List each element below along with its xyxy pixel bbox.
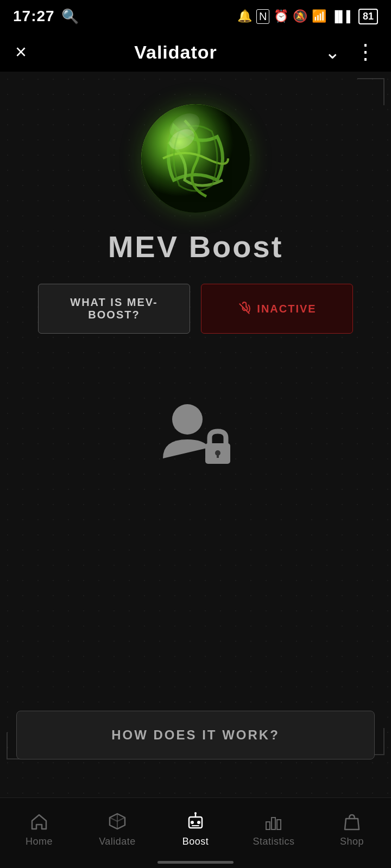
validate-icon bbox=[107, 811, 128, 832]
mute-icon bbox=[237, 302, 251, 316]
nav-label-shop: Shop bbox=[340, 836, 364, 847]
nfc-icon: N bbox=[256, 9, 269, 24]
svg-point-3 bbox=[172, 404, 203, 435]
mev-boost-logo bbox=[141, 104, 250, 213]
svg-rect-15 bbox=[277, 820, 281, 829]
svg-point-8 bbox=[191, 821, 194, 824]
mute-icon: 🔕 bbox=[293, 9, 307, 23]
search-icon: 🔍 bbox=[61, 8, 79, 25]
main-content: MEV Boost WHAT IS MEV-BOOST? INACTIVE bbox=[0, 72, 391, 868]
shop-icon bbox=[342, 811, 362, 832]
action-buttons: WHAT IS MEV-BOOST? INACTIVE bbox=[0, 284, 391, 334]
wifi-icon: 📶 bbox=[312, 9, 326, 23]
inactive-label: INACTIVE bbox=[257, 303, 316, 315]
boost-icon bbox=[185, 811, 206, 832]
nav-item-shop[interactable]: Shop bbox=[313, 807, 391, 852]
top-nav-bar: × Validator ⌄ ⋮ bbox=[0, 33, 391, 72]
notification-icon: 🔔 bbox=[237, 9, 252, 23]
home-icon bbox=[29, 811, 49, 832]
page-title: Validator bbox=[134, 42, 217, 63]
close-button[interactable]: × bbox=[13, 39, 29, 66]
alarm-icon: ⏰ bbox=[274, 9, 288, 23]
nav-item-statistics[interactable]: Statistics bbox=[235, 807, 313, 852]
nav-label-home: Home bbox=[26, 836, 53, 847]
svg-rect-13 bbox=[266, 822, 270, 829]
svg-point-11 bbox=[194, 812, 197, 814]
nav-label-validate: Validate bbox=[99, 836, 136, 847]
svg-rect-6 bbox=[217, 453, 219, 458]
inactive-button[interactable]: INACTIVE bbox=[201, 284, 353, 334]
statistics-icon bbox=[263, 811, 284, 832]
svg-point-9 bbox=[197, 821, 200, 824]
app-title: MEV Boost bbox=[0, 229, 391, 264]
nav-item-validate[interactable]: Validate bbox=[78, 807, 156, 852]
logo-container bbox=[0, 72, 391, 213]
bottom-nav: Home Validate bbox=[0, 797, 391, 868]
svg-point-1 bbox=[141, 104, 250, 213]
dropdown-button[interactable]: ⌄ bbox=[323, 39, 342, 65]
menu-button[interactable]: ⋮ bbox=[353, 38, 378, 66]
logo-strands bbox=[141, 104, 250, 213]
nav-label-boost: Boost bbox=[182, 836, 209, 847]
status-bar: 17:27 🔍 🔔 N ⏰ 🔕 📶 ▐▌▌ 81 bbox=[0, 0, 391, 33]
how-does-it-work-button[interactable]: HOW DOES IT WORK? bbox=[16, 711, 375, 760]
battery-icon: 81 bbox=[358, 9, 378, 24]
what-is-mev-button[interactable]: WHAT IS MEV-BOOST? bbox=[38, 284, 190, 334]
nav-item-home[interactable]: Home bbox=[0, 807, 78, 852]
nav-label-statistics: Statistics bbox=[253, 836, 294, 847]
home-indicator bbox=[157, 861, 234, 864]
status-icons: 🔔 N ⏰ 🔕 📶 ▐▌▌ 81 bbox=[237, 9, 378, 24]
svg-rect-14 bbox=[272, 818, 275, 829]
how-does-it-work-container: HOW DOES IT WORK? bbox=[16, 711, 375, 760]
user-lock-icon bbox=[157, 399, 234, 469]
user-lock-container bbox=[0, 399, 391, 469]
signal-icon: ▐▌▌ bbox=[331, 10, 354, 23]
nav-item-boost[interactable]: Boost bbox=[156, 807, 235, 852]
status-time: 17:27 bbox=[13, 8, 55, 25]
